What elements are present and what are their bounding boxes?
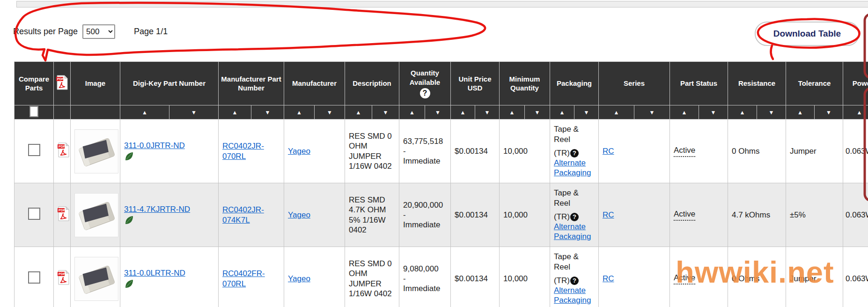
quantity-available-cell: 9,080,000 - Immediate <box>399 247 451 307</box>
packaging-help-icon[interactable]: ? <box>570 213 579 221</box>
pdf-icon[interactable]: PDF <box>58 270 70 285</box>
image-cell <box>71 120 120 183</box>
results-per-page-select[interactable]: 500 <box>82 24 115 39</box>
sort-desc-button[interactable]: ▼ <box>372 105 399 119</box>
sort-cell: ▲▼ <box>599 105 670 120</box>
power-cell: 0.063W, 1/16W <box>843 183 868 247</box>
top-divider-bar <box>16 1 868 7</box>
product-photo[interactable] <box>74 257 118 301</box>
alternate-packaging-link[interactable]: Alternate Packaging <box>554 158 591 177</box>
minimum-quantity-cell: 10,000 <box>500 120 550 183</box>
series-cell: RC <box>599 120 670 183</box>
sort-asc-button[interactable]: ▲ <box>120 105 169 119</box>
datasheet-cell: PDF <box>54 183 71 247</box>
manufacturer-link[interactable]: Yageo <box>288 274 310 283</box>
sort-desc-button[interactable]: ▼ <box>524 105 550 119</box>
sort-spacer-pdf <box>54 105 71 120</box>
sort-desc-button[interactable]: ▼ <box>425 105 450 119</box>
alternate-packaging-link[interactable]: Alternate Packaging <box>554 222 591 241</box>
header-description: Description <box>345 62 399 105</box>
product-photo[interactable] <box>74 129 118 173</box>
alternate-packaging-link[interactable]: Alternate Packaging <box>554 286 591 305</box>
compare-checkbox[interactable] <box>28 271 40 284</box>
sort-asc-button[interactable]: ▲ <box>550 105 574 119</box>
series-link[interactable]: RC <box>603 274 614 283</box>
results-controls: Results per Page 500 Page 1/1 <box>13 24 168 39</box>
svg-text:PDF: PDF <box>59 145 66 148</box>
mpn-cell: RC0402JR-070RL <box>219 120 284 183</box>
sort-asc-icon: ▲ <box>460 109 466 116</box>
description-cell: RES SMD 0 OHM JUMPER 1/16W 0402 <box>345 247 399 307</box>
sort-asc-icon: ▲ <box>559 109 565 116</box>
packaging-help-icon[interactable]: ? <box>570 277 579 285</box>
resistance-cell: 0 Ohms <box>728 247 786 307</box>
packaging-cell: Tape & Reel (TR)? Alternate Packaging <box>550 247 599 307</box>
select-all-checkbox[interactable] <box>29 106 38 117</box>
header-manufacturer: Manufacturer <box>284 62 345 105</box>
rohs-leaf-icon <box>124 279 134 289</box>
sort-asc-button[interactable]: ▲ <box>451 105 475 119</box>
dkpn-link[interactable]: 311-0.0JRTR-ND <box>124 141 185 150</box>
sort-cell: ▲▼ <box>843 105 868 120</box>
manufacturer-link[interactable]: Yageo <box>288 147 310 156</box>
series-link[interactable]: RC <box>603 147 614 156</box>
dkpn-cell: 311-0.0JRTR-ND <box>120 120 219 183</box>
dkpn-link[interactable]: 311-0.0LRTR-ND <box>124 269 185 277</box>
quantity-help-icon[interactable]: ? <box>420 88 430 98</box>
sort-desc-button[interactable]: ▼ <box>634 105 669 119</box>
sort-asc-button[interactable]: ▲ <box>500 105 524 119</box>
quantity-available-cell: 63,775,518 - Immediate <box>399 120 451 183</box>
sort-desc-icon: ▼ <box>485 109 490 116</box>
mpn-link[interactable]: RC0402JR-070RL <box>222 142 264 160</box>
pdf-icon[interactable]: PDF <box>58 206 70 221</box>
sort-asc-button[interactable]: ▲ <box>843 105 868 119</box>
sort-asc-button[interactable]: ▲ <box>670 105 699 119</box>
compare-cell <box>15 183 54 247</box>
unit-price-cell: $0.00134 <box>451 247 500 307</box>
packaging-help-icon[interactable]: ? <box>570 149 579 157</box>
quantity-available-cell: 20,900,000 - Immediate <box>399 183 451 247</box>
smd-resistor-image <box>76 195 117 236</box>
part-status-cell: Active <box>670 247 728 307</box>
sort-desc-button[interactable]: ▼ <box>169 105 218 119</box>
sort-desc-button[interactable]: ▼ <box>251 105 284 119</box>
sort-cell: ▲▼ <box>451 105 500 120</box>
sort-cell: ▲▼ <box>399 105 451 120</box>
sort-desc-button[interactable]: ▼ <box>475 105 499 119</box>
mpn-link[interactable]: RC0402FR-070RL <box>222 269 265 288</box>
sort-asc-button[interactable]: ▲ <box>399 105 425 119</box>
sort-desc-icon: ▼ <box>265 109 271 116</box>
sort-desc-icon: ▼ <box>584 109 589 116</box>
product-photo[interactable] <box>74 193 118 237</box>
part-status-value: Active <box>674 145 695 157</box>
sort-desc-button[interactable]: ▼ <box>814 105 843 119</box>
compare-cell <box>15 247 54 307</box>
compare-checkbox[interactable] <box>28 144 40 156</box>
series-link[interactable]: RC <box>603 210 614 219</box>
unit-price-cell: $0.00134 <box>451 120 500 183</box>
sort-desc-button[interactable]: ▼ <box>757 105 786 119</box>
dkpn-link[interactable]: 311-4.7KJRTR-ND <box>124 205 190 214</box>
sort-desc-button[interactable]: ▼ <box>699 105 728 119</box>
sort-desc-button[interactable]: ▼ <box>574 105 598 119</box>
manufacturer-cell: Yageo <box>284 183 345 247</box>
mpn-cell: RC0402FR-070RL <box>219 247 284 307</box>
manufacturer-link[interactable]: Yageo <box>288 210 310 219</box>
packaging-tr: (TR)? <box>554 212 595 222</box>
sort-asc-button[interactable]: ▲ <box>728 105 757 119</box>
sort-desc-button[interactable]: ▼ <box>314 105 345 119</box>
sort-asc-button[interactable]: ▲ <box>219 105 251 119</box>
smd-resistor-image <box>76 131 117 172</box>
sort-asc-button[interactable]: ▲ <box>345 105 372 119</box>
compare-checkbox[interactable] <box>28 208 40 220</box>
mpn-link[interactable]: RC0402JR-074K7L <box>222 205 264 224</box>
sort-desc-icon: ▼ <box>191 109 197 116</box>
sort-asc-icon: ▲ <box>509 109 515 116</box>
table-row: PDF 311-4.7KJRTR-N <box>15 183 868 247</box>
part-status-value: Active <box>674 209 695 220</box>
download-table-button[interactable]: Download Table <box>755 22 860 46</box>
sort-asc-button[interactable]: ▲ <box>284 105 314 119</box>
sort-asc-button[interactable]: ▲ <box>599 105 634 119</box>
pdf-icon[interactable]: PDF <box>58 142 70 157</box>
sort-asc-button[interactable]: ▲ <box>786 105 814 119</box>
